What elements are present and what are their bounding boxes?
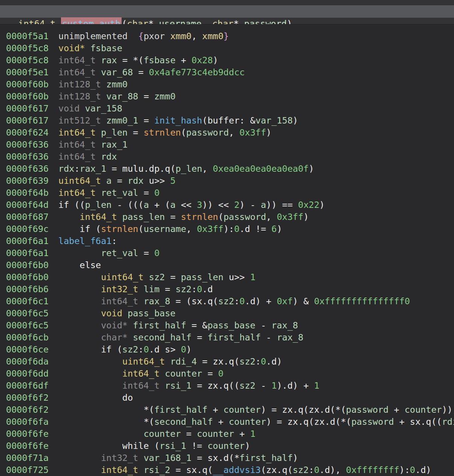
code-token[interactable]: 0: [154, 248, 160, 258]
line-code[interactable]: void* fsbase: [58, 42, 122, 54]
code-line[interactable]: 0000f687 int64_t pass_len = strnlen(pass…: [0, 211, 454, 223]
code-token[interactable]: counter: [197, 429, 234, 439]
code-token[interactable]: ,: [266, 212, 277, 222]
line-code[interactable]: label_f6a1:: [58, 235, 117, 247]
code-token[interactable]: 0x22: [298, 200, 320, 210]
code-token[interactable]: uint64_t: [58, 175, 101, 186]
line-code[interactable]: int64_t pass_len = strnlen(password, 0x3…: [58, 211, 309, 223]
line-code[interactable]: char* second_half = first_half - rax_8: [58, 331, 303, 343]
line-code[interactable]: void* first_half = &pass_base - rax_8: [58, 319, 298, 331]
code-token[interactable]: [138, 284, 143, 294]
line-code[interactable]: int32_t var_168_1 = sx.d(*first_half): [58, 452, 298, 464]
line-code[interactable]: int64_t p_len = strnlen(password, 0x3ff): [58, 127, 271, 139]
code-token[interactable]: [122, 308, 128, 319]
code-token[interactable]: counter: [165, 368, 202, 379]
code-token[interactable]: = mulu.dp.q(: [106, 163, 175, 174]
code-token[interactable]: if (: [101, 344, 122, 355]
code-token[interactable]: pass_base: [128, 308, 175, 319]
code-token[interactable]: fsbase: [90, 43, 122, 53]
code-token[interactable]: int32_t: [101, 453, 138, 463]
code-line[interactable]: 0000f5c8int64_t rax = *(fsbase + 0x28): [0, 54, 454, 66]
code-token[interactable]: __addvsi3: [213, 465, 261, 475]
code-token[interactable]: = (sx.q(: [170, 296, 218, 307]
code-token[interactable]: p_len: [175, 163, 202, 174]
code-token[interactable]: [96, 127, 101, 138]
code-token[interactable]: sz2: [122, 344, 138, 355]
code-token[interactable]: [165, 31, 170, 41]
code-line[interactable]: 0000f6cb char* second_half = first_half …: [0, 331, 454, 343]
code-token[interactable]: =: [133, 67, 149, 78]
code-token[interactable]: = &: [186, 320, 208, 331]
code-token[interactable]: do: [122, 392, 133, 403]
line-code[interactable]: int512_t zmm0_1 = init_hash(buffer: &var…: [58, 114, 298, 127]
code-token[interactable]: counter: [207, 441, 245, 451]
code-token[interactable]: =: [138, 91, 154, 102]
code-token[interactable]: 0xfffffffffffffff0: [314, 296, 410, 307]
code-token[interactable]: -: [261, 332, 277, 343]
line-code[interactable]: int128_t var_88 = zmm0: [58, 90, 175, 102]
code-token[interactable]: =: [160, 284, 175, 294]
code-token[interactable]: *(: [143, 404, 154, 415]
code-token[interactable]: counter: [224, 404, 261, 415]
code-token[interactable]: 0: [143, 344, 149, 355]
decompiler-hlil-view[interactable]: 0000f5a1unimplemented {pxor xmm0, xmm0}0…: [0, 24, 454, 476]
code-line[interactable]: 0000f636int64_t rax_1: [0, 139, 454, 151]
code-token[interactable]: [160, 380, 165, 391]
code-token[interactable]: =: [165, 212, 181, 222]
code-line[interactable]: 0000f6a1label_f6a1:: [0, 235, 454, 247]
code-line[interactable]: 0000f639uint64_t a = rdx u>> 5: [0, 175, 454, 187]
code-token[interactable]: <<: [175, 200, 197, 210]
code-token[interactable]: xmm0: [170, 31, 192, 41]
code-token[interactable]: =: [138, 115, 154, 126]
code-token[interactable]: 0xf: [277, 296, 293, 307]
code-token[interactable]: int64_t: [58, 139, 96, 150]
code-line[interactable]: 0000f6c5 void* first_half = &pass_base -…: [0, 319, 454, 331]
line-code[interactable]: int64_t rax_1: [58, 139, 128, 151]
code-token[interactable]: [80, 103, 85, 114]
line-code[interactable]: uint64_t sz2 = pass_len u>> 1: [58, 271, 256, 283]
code-token[interactable]: [96, 139, 101, 150]
code-token[interactable]: 1: [314, 380, 319, 391]
code-token[interactable]: :: [309, 465, 314, 475]
code-token[interactable]: 0x4afe773c4eb9ddcc: [149, 67, 245, 78]
code-line[interactable]: 0000f617void var_158: [0, 102, 454, 114]
code-token[interactable]: (buffer: &: [202, 115, 255, 126]
code-token[interactable]: ,: [192, 31, 202, 41]
code-token[interactable]: ,: [186, 224, 197, 234]
code-token[interactable]: int64_t: [58, 151, 96, 162]
code-line[interactable]: 0000f624int64_t p_len = strnlen(password…: [0, 127, 454, 139]
line-code[interactable]: int64_t rsi_1 = zx.q((sz2 - 1).d) + 1: [58, 380, 319, 392]
code-token[interactable]: int32_t: [101, 284, 138, 294]
code-line[interactable]: 0000f60bint128_t var_88 = zmm0: [0, 90, 454, 102]
code-token[interactable]: second_half: [133, 332, 192, 343]
code-token[interactable]: [128, 320, 133, 331]
code-token[interactable]: [138, 296, 143, 307]
code-line[interactable]: 0000f6f2 *(first_half + counter) = zx.q(…: [0, 404, 454, 416]
code-token[interactable]: +: [234, 429, 250, 439]
code-line[interactable]: 0000f636rdx:rax_1 = mulu.dp.q(p_len, 0xe…: [0, 163, 454, 175]
code-token[interactable]: 0: [410, 465, 415, 475]
code-token[interactable]: var_168_1: [143, 453, 191, 463]
code-token[interactable]: var_88: [106, 91, 138, 102]
code-line[interactable]: 0000f5e1int64_t var_68 = 0x4afe773c4eb9d…: [0, 66, 454, 78]
code-token[interactable]: [101, 115, 106, 126]
code-line[interactable]: 0000f6b0 uint64_t sz2 = pass_len u>> 1: [0, 271, 454, 283]
code-line[interactable]: 0000f6c5 void pass_base: [0, 307, 454, 319]
line-code[interactable]: *(first_half + counter) = zx.q(zx.d(*(pa…: [58, 404, 454, 416]
code-line[interactable]: 0000f60bint128_t zmm0: [0, 78, 454, 90]
code-token[interactable]: int64_t: [58, 55, 96, 66]
code-token[interactable]: :: [234, 296, 239, 307]
code-token[interactable]: 0x3ff: [197, 224, 224, 234]
code-token[interactable]: !=: [186, 441, 208, 451]
code-line[interactable]: 0000f71a int32_t var_168_1 = sx.d(*first…: [0, 452, 454, 464]
code-token[interactable]: +: [213, 416, 229, 427]
code-token[interactable]: [128, 31, 138, 41]
code-line[interactable]: 0000f636int64_t rdx: [0, 151, 454, 163]
code-token[interactable]: =: [192, 332, 207, 343]
code-token[interactable]: int128_t: [58, 91, 101, 102]
code-line[interactable]: 0000f69c if (strnlen(username, 0x3ff):0.…: [0, 223, 454, 235]
code-token[interactable]: counter: [405, 404, 442, 415]
line-code[interactable]: void pass_base: [58, 307, 175, 319]
code-token[interactable]: rax: [101, 55, 117, 66]
line-code[interactable]: if ((p_len - (((a + (a << 3)) << 2) - a)…: [58, 199, 325, 211]
